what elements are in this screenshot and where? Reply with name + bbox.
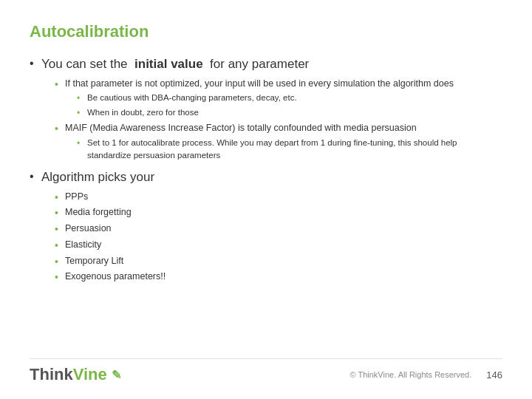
page-number: 146 <box>486 369 502 381</box>
section1-title: You can set the initial value for any pa… <box>41 57 309 71</box>
logo-icon: ✎ <box>112 368 121 382</box>
list-item-1-1: If that parameter is not optimized, your… <box>55 77 502 119</box>
slide-title: Autocalibration <box>30 22 502 41</box>
section1-sublist: If that parameter is not optimized, your… <box>41 77 502 163</box>
copyright-text: © ThinkVine. All Rights Reserved. <box>349 370 471 379</box>
list-item-1-2-1: Set to 1 for autocalibrate process. Whil… <box>77 137 502 163</box>
section2-title: Algorithm picks your <box>41 170 154 184</box>
list-item-2-4: Elasticity <box>55 238 502 252</box>
item-persuasion: Persuasion <box>65 223 112 233</box>
list-item-2: Algorithm picks your PPPs Media forgetti… <box>30 168 502 284</box>
item-temporary-lift: Temporary Lift <box>65 256 123 266</box>
list-item-1-2: MAIF (Media Awareness Increase Factor) i… <box>55 121 502 162</box>
section1-1-sublist: Be cautious with DBA-changing parameters… <box>65 92 502 119</box>
list-item-2-5: Temporary Lift <box>55 254 502 268</box>
logo-vine: Vine <box>73 365 107 384</box>
list-item-2-2: Media forgetting <box>55 205 502 219</box>
item-1-2-text: MAIF (Media Awareness Increase Factor) i… <box>65 123 417 133</box>
logo-think: Think <box>30 365 73 384</box>
footer-right: © ThinkVine. All Rights Reserved. 146 <box>349 369 502 381</box>
slide: Autocalibration You can set the initial … <box>0 0 532 399</box>
item-exogenous: Exogenous parameters!! <box>65 271 166 282</box>
item-media-forgetting: Media forgetting <box>65 207 132 217</box>
list-item-2-6: Exogenous parameters!! <box>55 270 502 284</box>
logo: ThinkVine ✎ <box>30 365 121 384</box>
item-1-1-text: If that parameter is not optimized, your… <box>65 78 454 89</box>
item-1-1-2-text: When in doubt, zero for those <box>87 108 199 117</box>
item-1-1-1-text: Be cautious with DBA-changing parameters… <box>87 93 297 102</box>
section1-2-sublist: Set to 1 for autocalibrate process. Whil… <box>65 137 502 163</box>
main-list: You can set the initial value for any pa… <box>30 55 502 284</box>
list-item-1: You can set the initial value for any pa… <box>30 55 502 162</box>
list-item-1-1-1: Be cautious with DBA-changing parameters… <box>77 92 502 104</box>
item-1-2-1-text: Set to 1 for autocalibrate process. Whil… <box>87 138 457 160</box>
list-item-2-3: Persuasion <box>55 222 502 236</box>
section2-sublist: PPPs Media forgetting Persuasion Elastic… <box>41 190 502 284</box>
footer: ThinkVine ✎ © ThinkVine. All Rights Rese… <box>30 358 502 384</box>
slide-content: You can set the initial value for any pa… <box>30 55 502 352</box>
list-item-1-1-2: When in doubt, zero for those <box>77 106 502 119</box>
item-ppps: PPPs <box>65 191 88 202</box>
item-elasticity: Elasticity <box>65 239 101 250</box>
list-item-2-1: PPPs <box>55 190 502 204</box>
